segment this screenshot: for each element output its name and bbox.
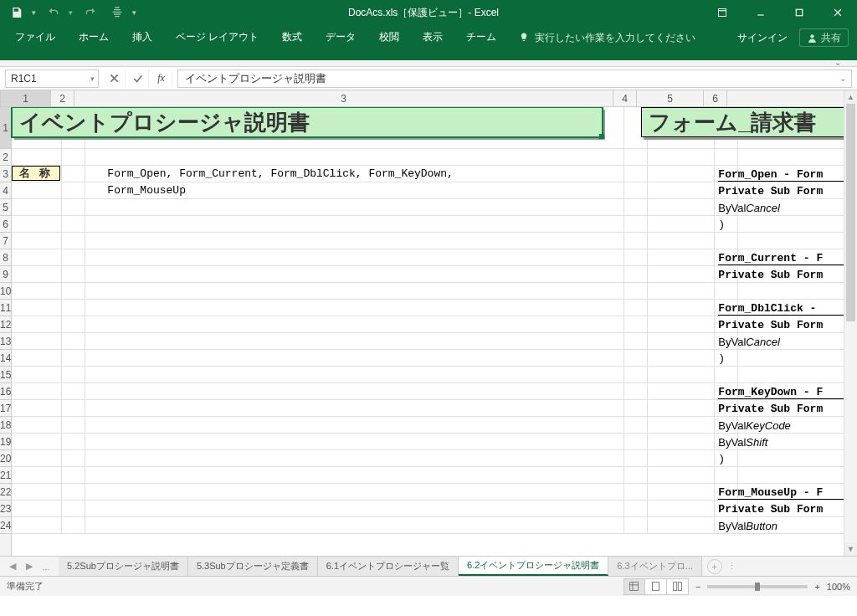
cancel-formula-icon[interactable] [104, 69, 126, 88]
row-header[interactable]: 8 [0, 249, 11, 266]
minimize-icon[interactable] [742, 0, 780, 25]
row-header[interactable]: 20 [0, 450, 11, 467]
code-cell[interactable]: Private Sub Form [718, 268, 844, 282]
tab-review[interactable]: 校閲 [367, 25, 411, 50]
row-header[interactable]: 17 [0, 400, 11, 417]
scroll-down-icon[interactable]: ▼ [844, 542, 857, 556]
tabs-menu-icon[interactable]: ⋮ [727, 561, 736, 572]
ribbon-display-icon[interactable] [703, 0, 742, 25]
expand-ribbon-icon[interactable]: ⌄ [829, 58, 847, 66]
fx-icon[interactable]: fx [151, 69, 172, 88]
row-header[interactable]: 2 [0, 149, 11, 166]
column-header[interactable]: 6 [704, 90, 727, 106]
close-icon[interactable] [819, 0, 857, 25]
tab-file[interactable]: ファイル [3, 25, 67, 50]
row-header[interactable]: 16 [0, 383, 11, 400]
row-header[interactable]: 21 [0, 467, 11, 484]
name-box[interactable]: R1C1 ▾ [5, 69, 99, 88]
column-header[interactable]: 3 [74, 90, 613, 106]
row-header[interactable]: 24 [0, 517, 11, 534]
label-name-cell[interactable]: 名 称 [12, 166, 60, 181]
code-cell[interactable]: ) [718, 218, 844, 232]
tab-ellipsis[interactable]: ... [38, 559, 54, 574]
worksheet-tab[interactable]: 6.1イベントプロシージャー覧 [318, 557, 459, 576]
scroll-thumb[interactable] [846, 104, 855, 321]
formula-input[interactable]: イベントプロシージャ説明書 ⌄ [177, 69, 852, 88]
title-cell-main[interactable]: イベントプロシージャ説明書 [12, 107, 603, 137]
grid-cells-area[interactable]: イベントプロシージャ説明書フォーム_請求書名 称Form_Open, Form_… [12, 107, 844, 556]
tab-last-icon[interactable]: ▶ [22, 559, 37, 574]
tab-view[interactable]: 表示 [411, 25, 454, 50]
code-cell[interactable]: Private Sub Form [718, 184, 844, 198]
signin-link[interactable]: サインイン [737, 31, 796, 45]
code-cell[interactable]: Private Sub Form [718, 318, 844, 332]
row-header[interactable]: 5 [0, 199, 11, 216]
row-header[interactable]: 4 [0, 182, 11, 199]
tab-insert[interactable]: 挿入 [121, 25, 164, 50]
qat-dropdown-icon[interactable]: ▾ [32, 8, 38, 17]
touchmode-icon[interactable] [105, 1, 129, 24]
code-cell[interactable]: Form_MouseUp - F [718, 485, 844, 500]
code-cell[interactable]: Form_Open - Form [718, 167, 844, 182]
expand-formula-icon[interactable]: ⌄ [839, 74, 846, 83]
scroll-track[interactable] [844, 104, 857, 542]
code-cell[interactable]: ByVal KeyCode [718, 418, 844, 433]
undo-dropdown-icon[interactable]: ▾ [69, 8, 75, 17]
row-header[interactable]: 7 [0, 233, 11, 249]
code-cell[interactable]: ByVal Cancel [718, 335, 844, 349]
tab-formulas[interactable]: 数式 [270, 25, 314, 50]
redo-icon[interactable] [79, 1, 102, 24]
column-header[interactable] [727, 90, 844, 106]
worksheet-tab[interactable]: 6.2イベントプロシージャ説明書 [459, 557, 608, 576]
cell-text[interactable]: Form_Open, Form_Current, Form_DblClick, … [107, 167, 453, 180]
code-cell[interactable]: Form_KeyDown - F [718, 385, 844, 399]
row-header[interactable]: 1 [0, 107, 11, 149]
row-header[interactable]: 11 [0, 300, 11, 316]
tab-team[interactable]: チーム [454, 25, 508, 50]
tab-pagelayout[interactable]: ページ レイアウト [164, 25, 270, 50]
title-cell-form[interactable]: フォーム_請求書 [641, 107, 844, 137]
name-box-dropdown-icon[interactable]: ▾ [90, 74, 95, 83]
code-cell[interactable]: ) [718, 452, 844, 466]
tab-data[interactable]: データ [314, 25, 367, 50]
row-header[interactable]: 6 [0, 216, 11, 233]
code-cell[interactable]: Form_DblClick - [718, 301, 844, 316]
cell-text[interactable]: Form_MouseUp [107, 184, 186, 197]
row-header[interactable]: 18 [0, 417, 11, 434]
normal-view-icon[interactable] [624, 578, 645, 595]
row-header[interactable]: 19 [0, 434, 11, 450]
zoom-out-button[interactable]: − [695, 582, 700, 592]
code-cell[interactable]: Form_Current - F [718, 251, 844, 265]
row-header[interactable]: 10 [0, 283, 11, 300]
enter-formula-icon[interactable] [127, 69, 149, 88]
worksheet-tab[interactable]: 5.3Subプロシージャ定義書 [188, 557, 318, 576]
zoom-slider[interactable] [707, 585, 808, 588]
row-header[interactable]: 13 [0, 333, 11, 350]
code-cell[interactable]: Private Sub Form [718, 502, 844, 516]
column-header[interactable]: 4 [613, 90, 637, 106]
code-cell[interactable]: ByVal Shift [718, 435, 844, 449]
column-header[interactable]: 5 [637, 90, 704, 106]
pagebreak-view-icon[interactable] [667, 578, 689, 595]
pagelayout-view-icon[interactable] [645, 578, 667, 595]
worksheet-tab[interactable]: 6.3イベントプロ... [608, 557, 701, 576]
add-sheet-button[interactable]: + [707, 559, 722, 574]
code-cell[interactable]: ByVal Button [718, 519, 844, 533]
row-header[interactable]: 23 [0, 501, 11, 517]
tab-first-icon[interactable]: ◀ [5, 559, 20, 574]
row-header[interactable]: 12 [0, 316, 11, 333]
undo-icon[interactable] [42, 1, 65, 24]
qat-custom-dropdown-icon[interactable]: ▾ [132, 8, 139, 17]
row-header[interactable]: 22 [0, 484, 11, 501]
row-header[interactable]: 9 [0, 266, 11, 283]
column-header[interactable]: 1 [1, 90, 51, 106]
vertical-scrollbar[interactable]: ▲ ▼ [844, 90, 857, 556]
code-cell[interactable]: Private Sub Form [718, 402, 844, 416]
share-button[interactable]: 共有 [799, 28, 849, 47]
row-header[interactable]: 3 [0, 166, 11, 182]
code-cell[interactable]: ByVal Cancel [718, 201, 844, 215]
column-header[interactable]: 2 [51, 90, 74, 106]
worksheet-tab[interactable]: 5.2Subプロシージャ説明書 [59, 557, 188, 576]
save-icon[interactable] [5, 1, 28, 24]
zoom-in-button[interactable]: + [814, 582, 819, 592]
